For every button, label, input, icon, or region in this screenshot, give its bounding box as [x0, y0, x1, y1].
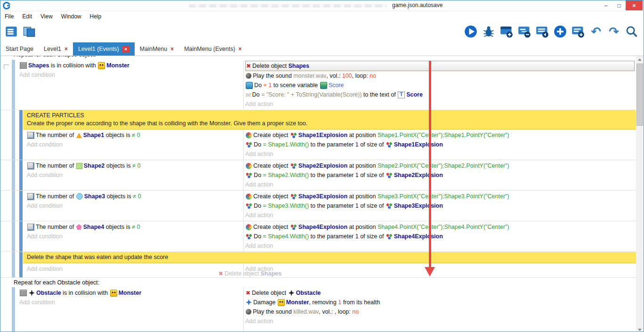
collapse-toggle[interactable]	[4, 65, 9, 69]
add-circle-button[interactable]	[553, 24, 567, 39]
text-segment: Monster	[106, 62, 129, 69]
new-comment-icon	[536, 25, 549, 38]
condition-line[interactable]: The number of Shape1 objects is ≠ 0	[27, 130, 243, 140]
action-line[interactable]: Play the sound monster.wav, vol.: 100, l…	[245, 71, 636, 81]
add-action-link[interactable]: Add action	[245, 316, 636, 326]
project-manager-button[interactable]	[4, 24, 18, 39]
menu-item-edit[interactable]: Edit	[18, 11, 36, 22]
event-row[interactable]: The number of Shape3 objects is ≠ 0Add c…	[0, 191, 636, 221]
tab-label: Level1	[44, 46, 61, 52]
action-line[interactable]: Create object Shape4Explosion at positio…	[245, 222, 636, 232]
add-condition-link[interactable]: Add condition	[19, 70, 243, 80]
action-line[interactable]: Do = Shape2.Width() to the parameter 1 o…	[245, 170, 636, 180]
action-line[interactable]: Do + 1 to scene variable Score	[245, 81, 636, 90]
action-line[interactable]: Create object Shape3Explosion at positio…	[245, 192, 636, 201]
text-segment: Do	[254, 82, 263, 89]
tab-mainmenu[interactable]: MainMenu×	[135, 42, 179, 56]
event-row[interactable]: Shapes is in collision with MonsterAdd c…	[0, 60, 636, 110]
tab-close-icon[interactable]: ×	[239, 46, 242, 52]
vertical-scrollbar[interactable]	[636, 56, 644, 332]
menu-item-file[interactable]: File	[0, 11, 18, 22]
add-action-link[interactable]: Add action	[245, 149, 636, 159]
close-button[interactable]: ×	[626, 0, 643, 10]
search-button[interactable]	[625, 24, 639, 39]
event-row[interactable]: The number of Shape2 objects is ≠ 0Add c…	[0, 160, 636, 191]
nesting-bar	[12, 191, 15, 221]
tab-close-icon[interactable]: ×	[64, 46, 68, 52]
repeat-header[interactable]: Repeat for each Shapes object:	[0, 56, 636, 60]
play-button[interactable]	[464, 24, 478, 39]
add-action-link[interactable]: Add action	[245, 241, 636, 251]
count-icon	[27, 224, 34, 231]
text-segment: is in collision with	[49, 62, 97, 69]
new-subevent-button[interactable]	[517, 24, 531, 39]
add-condition-link[interactable]: Add condition	[27, 264, 243, 274]
comment-box: Delete the shape that was eaten and upda…	[23, 252, 636, 263]
tab-close-icon[interactable]: ×	[170, 46, 174, 52]
action-line[interactable]: Play the sound killed.wav, vol.: , loop:…	[245, 307, 636, 316]
toolbar-left-group	[4, 24, 36, 39]
tab-start-page[interactable]: Start Page	[0, 42, 39, 56]
condition-line[interactable]: Shapes is in collision with Monster	[19, 61, 243, 70]
add-action-link[interactable]: Add action	[245, 99, 636, 109]
add-condition-link[interactable]: Add condition	[27, 232, 243, 241]
action-line[interactable]: Do = Shape3.Width() to the parameter 1 o…	[245, 201, 636, 211]
add-condition-link[interactable]: Add condition	[27, 140, 243, 149]
undo-button[interactable]: ↶	[589, 24, 603, 39]
sound-icon	[246, 309, 251, 315]
scroll-down-arrow[interactable]	[636, 326, 644, 332]
condition-line[interactable]: The number of Shape3 objects is ≠ 0	[27, 192, 243, 201]
new-comment-button[interactable]	[535, 24, 549, 39]
tab-level1[interactable]: Level1×	[39, 42, 73, 56]
maximize-button[interactable]: □	[612, 0, 626, 10]
tab-close-icon[interactable]: ×	[122, 46, 129, 53]
menu-item-help[interactable]: Help	[86, 11, 106, 22]
tab-level1-events[interactable]: Level1 (Events)×	[73, 42, 135, 56]
condition-line[interactable]: Obstacle is in collision with Monster	[19, 288, 243, 298]
action-line[interactable]: Create object Shape1Explosion at positio…	[245, 130, 636, 140]
add-action-link[interactable]: Add action	[245, 180, 636, 189]
minimize-button[interactable]: –	[599, 0, 612, 10]
damage-icon	[246, 300, 252, 306]
text-segment: Shape3	[84, 193, 105, 200]
repeat-header[interactable]: Repeat for each Obstacle object:	[0, 278, 636, 287]
add-condition-link[interactable]: Add condition	[19, 298, 243, 307]
add-condition-link[interactable]: Add condition	[27, 201, 243, 211]
tab-mainmenu-events[interactable]: MainMenu (Events)×	[179, 42, 247, 56]
menu-item-view[interactable]: View	[36, 11, 57, 22]
text-segment: Shapes	[28, 62, 49, 69]
event-row[interactable]: Add conditionAdd action	[0, 263, 636, 278]
tab-bar: Start PageLevel1×Level1 (Events)×MainMen…	[0, 42, 644, 56]
start-page-button[interactable]	[22, 24, 36, 39]
redo-button[interactable]: ↷	[607, 24, 621, 39]
action-line[interactable]: ✖Delete object Shapes	[245, 61, 635, 71]
event-row[interactable]: Obstacle is in collision with MonsterAdd…	[0, 287, 636, 332]
scroll-up-arrow[interactable]	[636, 56, 644, 63]
text-segment: , removing	[309, 299, 338, 306]
add-condition-link[interactable]: Add condition	[27, 170, 243, 180]
event-row[interactable]: The number of Shape4 objects is ≠ 0Add c…	[0, 221, 636, 252]
new-event-button[interactable]	[499, 24, 514, 39]
text-segment: to the parameter 1 of size of	[309, 141, 386, 148]
add-action-link[interactable]: Add action	[245, 264, 636, 274]
text-segment: = Shape3.Width()	[263, 202, 309, 209]
event-row[interactable]: The number of Shape1 objects is ≠ 0Add c…	[0, 130, 636, 160]
add-action-link[interactable]: Add action	[245, 211, 636, 220]
condition-line[interactable]: The number of Shape4 objects is ≠ 0	[27, 222, 243, 232]
create-icon	[246, 132, 252, 138]
condition-line[interactable]: The number of Shape2 objects is ≠ 0	[27, 161, 243, 170]
action-line[interactable]: Do = Shape1.Width() to the parameter 1 o…	[245, 140, 636, 149]
action-line[interactable]: Damage Monster, removing 1 from its heal…	[245, 298, 636, 307]
comment-row[interactable]: CREATE PARTICLESCreate the proper one ac…	[0, 110, 636, 130]
action-line[interactable]: txtDo = "Score: " + ToString(Variable(Sc…	[245, 90, 636, 99]
menu-item-window[interactable]: Window	[57, 11, 86, 22]
action-line[interactable]: Do = Shape4.Width() to the parameter 1 o…	[245, 232, 636, 241]
scrollbar-thumb[interactable]	[636, 64, 643, 126]
event-store-button[interactable]	[571, 24, 585, 39]
comment-row[interactable]: Delete the shape that was eaten and upda…	[0, 252, 636, 263]
text-segment: Shape1Explosion	[394, 141, 443, 148]
text-segment: Delete object	[252, 290, 288, 296]
action-line[interactable]: Create object Shape2Explosion at positio…	[245, 161, 636, 170]
action-line[interactable]: ✖Delete object Obstacle	[245, 288, 636, 298]
debugger-button[interactable]	[482, 24, 496, 39]
